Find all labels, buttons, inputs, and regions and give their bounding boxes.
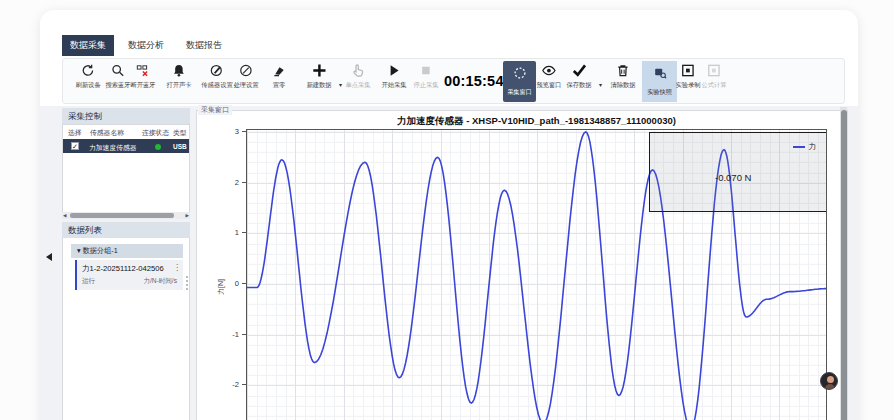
sensor-checkbox[interactable]: ✓	[71, 142, 79, 150]
tab-data-report[interactable]: 数据报告	[178, 35, 230, 56]
plus-icon	[311, 63, 327, 78]
col-type: 类型	[173, 128, 187, 138]
search-icon	[111, 63, 126, 78]
col-conn-status: 连接状态	[142, 128, 169, 138]
tab-data-collect[interactable]: 数据采集	[62, 35, 114, 56]
flag-icon	[272, 63, 287, 78]
refresh-device-button[interactable]: 刷新设备	[75, 63, 100, 90]
save-data-dropdown-caret[interactable]: ▾	[599, 81, 602, 88]
collection-timer: 00:15:54	[444, 59, 502, 103]
new-data-dropdown-caret[interactable]: ▾	[339, 81, 342, 88]
sensor-table: 选择 传感器名称 连接状态 类型 ✓ 力加速度传感器 USB	[62, 124, 190, 219]
y-tick-label: 0	[235, 279, 239, 288]
data-panel-header: 数据列表	[62, 222, 190, 238]
scroll-left-arrow[interactable]: ◀	[63, 213, 66, 218]
chart-legend[interactable]: 力	[793, 142, 817, 152]
sensor-type: USB	[173, 143, 187, 150]
start-collect-button[interactable]: 开始采集	[381, 63, 406, 90]
clear-data-button[interactable]: 清除数据	[610, 63, 635, 90]
y-tick-label: 3	[235, 126, 239, 135]
legend-line-swatch	[793, 146, 805, 148]
sensor-table-header: 选择 传感器名称 连接状态 类型	[63, 125, 189, 139]
stop-collect-button[interactable]: 停止采集	[413, 63, 438, 90]
data-item-axes: 力/N-时间/s	[143, 277, 177, 286]
y-axis-tick-labels: 3210-1-2	[223, 129, 242, 420]
chart-title: 力加速度传感器 - XHSP-V10HID_path_-1981348857_1…	[246, 115, 827, 128]
sidebar-collapse-arrow[interactable]	[46, 253, 52, 261]
scroll-right-arrow[interactable]: ▶	[186, 213, 189, 218]
check-icon	[571, 63, 587, 78]
zero-button[interactable]: 置零	[272, 63, 287, 90]
formula-icon	[707, 63, 722, 78]
toolbar: 刷新设备 搜索蓝牙 断开蓝牙 打开声卡 传感器设置 处理设置 置零 新建数据	[62, 58, 845, 104]
data-group-row[interactable]: ▾ 数据分组-1	[71, 244, 183, 258]
chart-plot-area[interactable]: 力 -0.070 N	[246, 129, 827, 420]
process-settings-button[interactable]: 处理设置	[233, 63, 258, 90]
control-panel-header: 采集控制	[62, 108, 190, 124]
refresh-icon	[81, 63, 96, 78]
assistant-avatar-button[interactable]	[820, 372, 838, 390]
sensor-settings-button[interactable]: 传感器设置	[201, 63, 232, 90]
preview-window-button[interactable]: 预览窗口	[536, 63, 561, 90]
y-tick-label: 1	[235, 228, 239, 237]
search-bluetooth-button[interactable]: 搜索蓝牙	[105, 63, 130, 90]
vertical-scrollbar[interactable]	[840, 107, 847, 420]
dashed-circle-icon	[513, 66, 527, 84]
single-point-collect-button[interactable]: 单点采集	[345, 63, 370, 90]
data-item-title: 力1-2-20251112-042506	[82, 264, 164, 274]
y-tick-label: -2	[232, 380, 239, 389]
col-select: 选择	[68, 128, 82, 138]
save-data-button[interactable]: 保存数据	[566, 63, 591, 90]
panel-splitter-handle[interactable]	[186, 276, 188, 290]
horizontal-scrollbar[interactable]: ◀ ▶	[62, 212, 190, 219]
data-item[interactable]: 力1-2-20251112-042506 ⋮ 运行 力/N-时间/s	[75, 260, 183, 290]
hand-point-icon	[351, 63, 366, 78]
scrollbar-thumb[interactable]	[70, 213, 174, 218]
new-data-button[interactable]: 新建数据	[306, 63, 331, 90]
col-sensor-name: 传感器名称	[90, 128, 124, 138]
formula-calc-button[interactable]: 公式计算	[701, 63, 726, 90]
chart-groupbox-label: 采集窗口	[198, 105, 232, 115]
connection-status-dot	[155, 144, 161, 150]
record-icon	[681, 63, 696, 78]
app-window: 数据采集 数据分析 数据报告 刷新设备 搜索蓝牙 断开蓝牙 打开声卡 传感器设置…	[40, 10, 858, 420]
main-tabs: 数据采集 数据分析 数据报告	[62, 35, 230, 56]
disconnect-bluetooth-button[interactable]: 断开蓝牙	[130, 63, 155, 90]
open-soundcard-button[interactable]: 打开声卡	[166, 63, 191, 90]
eye-icon	[542, 63, 557, 78]
snapshot-icon	[653, 66, 667, 84]
vertical-scrollbar-thumb[interactable]	[841, 110, 847, 420]
legend-label: 力	[809, 142, 817, 152]
data-item-status: 运行	[82, 277, 95, 286]
data-list: ▾ 数据分组-1 力1-2-20251112-042506 ⋮ 运行 力/N-时…	[62, 238, 190, 420]
experiment-record-button[interactable]: 实验录制	[675, 63, 700, 90]
measurement-annotation: -0.070 N	[715, 172, 751, 183]
experiment-snapshot-button[interactable]: 实验快照	[642, 61, 677, 102]
sensor-name: 力加速度传感器	[89, 143, 137, 153]
capture-window-button[interactable]: 采集窗口	[503, 61, 536, 102]
play-icon	[387, 63, 402, 78]
item-menu-icon[interactable]: ⋮	[173, 263, 181, 272]
bluetooth-disconnect-icon	[136, 63, 151, 78]
trash-icon	[616, 63, 631, 78]
sensor-settings-icon	[209, 63, 224, 78]
tab-data-analysis[interactable]: 数据分析	[120, 35, 172, 56]
bell-icon	[172, 63, 187, 78]
y-tick-label: -1	[232, 329, 239, 338]
stop-icon	[419, 63, 434, 78]
process-settings-icon	[239, 63, 254, 78]
sensor-row[interactable]: ✓ 力加速度传感器 USB	[63, 139, 189, 153]
y-tick-label: 2	[235, 177, 239, 186]
